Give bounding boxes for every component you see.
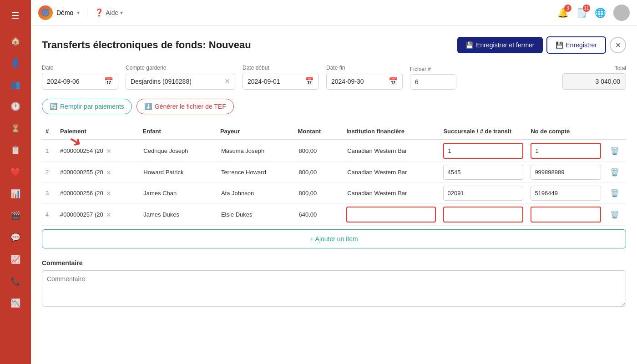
help-button[interactable]: ❓ Aide ▾ [95,8,123,17]
succursale-input-wrap-error [443,207,523,222]
sidebar-item-heart[interactable]: ❤️ [5,162,25,182]
succursale-input[interactable] [446,167,520,177]
row-compte [527,204,605,226]
compte-group: Compte garderie ✕ [126,65,235,90]
notifications-button[interactable]: 🔔 3 [557,7,569,18]
save-close-icon: 💾 [465,41,473,49]
row-enfant [139,162,217,183]
sidebar-item-phone[interactable]: 📞 [5,271,25,291]
payeur-input[interactable] [220,146,291,156]
compte-input[interactable] [534,188,598,198]
row-num: 3 [42,183,56,204]
menu-icon[interactable]: ☰ [7,5,24,25]
montant-input[interactable] [298,146,339,156]
sidebar-item-chart-line[interactable]: 📈 [5,249,25,269]
payments-table: # Paiement Enfant Payeur Montant Institu… [42,123,626,226]
generate-tef-button[interactable]: ⬇️ Générer le fichier de TEF [136,99,234,114]
paiement-clear-btn[interactable]: ✕ [105,189,112,198]
form-row: Date 📅 Compte garderie ✕ Date début 📅 [42,65,626,90]
montant-input[interactable] [298,167,339,177]
row-delete: 🗑️ [605,162,626,183]
sidebar-item-message[interactable]: 💬 [5,228,25,248]
row-succursale [440,140,527,162]
comment-textarea[interactable] [42,270,626,307]
row-num: 1 [42,140,56,162]
row-payeur [217,183,294,204]
institution-text: Canadian Western Bar [346,146,408,156]
save-button[interactable]: 💾 Enregistrer [546,36,606,54]
succursale-input[interactable] [446,188,520,198]
row-succursale [440,162,527,183]
fill-payments-button[interactable]: 🔄 Remplir par paiements [42,99,132,114]
succursale-input[interactable] [447,146,520,156]
sidebar-item-person[interactable]: 👤 [5,53,25,73]
enfant-input[interactable] [142,167,213,177]
comment-section: Commentaire [42,259,626,308]
table-row: 1#000000254 (20✕Canadian Western Bar🗑️ [42,140,626,162]
date-debut-calendar-icon[interactable]: 📅 [305,77,314,86]
fichier-group: Fichier # [410,66,456,90]
row-payeur [217,162,294,183]
compte-input[interactable] [534,167,598,177]
succursale-input[interactable] [447,209,520,220]
date-fin-calendar-icon[interactable]: 📅 [389,77,398,86]
delete-row-button[interactable]: 🗑️ [608,145,621,157]
fichier-input[interactable] [415,78,451,86]
close-button[interactable]: ✕ [610,37,626,53]
paiement-clear-btn[interactable]: ✕ [105,210,112,219]
sidebar-item-clock[interactable]: 🕐 [5,96,25,116]
compte-input[interactable] [534,146,597,156]
row-succursale [440,204,527,226]
montant-input[interactable] [298,188,339,198]
col-header-paiement: Paiement [56,123,139,140]
date-fin-group: Date fin 📅 [326,65,403,90]
reports-badge: 11 [583,5,590,12]
delete-row-button[interactable]: 🗑️ [608,208,621,221]
sidebar-item-chart-down[interactable]: 📉 [5,293,25,313]
institution-input[interactable] [350,209,432,220]
delete-row-button[interactable]: 🗑️ [608,187,621,199]
globe-button[interactable]: 🌐 [595,7,606,18]
user-avatar[interactable] [613,5,630,21]
calendar-icon[interactable]: 📅 [104,77,113,86]
sidebar-item-chart[interactable]: 📊 [5,184,25,204]
compte-input[interactable] [131,78,222,85]
sidebar-item-home[interactable]: 🏠 [5,31,25,51]
col-header-institution: Institution financière [343,123,440,140]
save-label: Enregistrer [566,41,597,49]
montant-input[interactable] [298,209,339,220]
payeur-input[interactable] [220,167,291,177]
payeur-input[interactable] [220,209,291,220]
app-logo[interactable]: 🌀 Démo ▾ [38,5,80,20]
sidebar-item-video[interactable]: 🎬 [5,206,25,226]
row-paiement: #000000256 (20✕ [56,183,139,204]
sidebar-item-users[interactable]: 👥 [5,75,25,95]
enfant-input[interactable] [142,209,213,220]
enfant-input[interactable] [142,188,213,198]
date-input[interactable] [47,78,101,85]
row-payeur [217,140,294,162]
row-enfant [139,140,217,162]
paiement-clear-btn[interactable]: ✕ [105,168,112,177]
date-fin-input-wrap: 📅 [326,73,403,90]
paiement-text: #000000255 (20 [60,169,103,176]
save-icon: 💾 [556,41,563,49]
date-debut-input[interactable] [248,78,302,85]
sidebar-item-clipboard[interactable]: 📋 [5,140,25,160]
row-montant [294,183,343,204]
help-label: Aide [106,9,118,16]
payeur-input[interactable] [220,188,291,198]
enfant-input[interactable] [142,146,213,156]
reports-button[interactable]: 🗒️ 11 [576,7,587,18]
content-area: ➜ Transferts électroniques de fonds: Nou… [31,25,637,364]
paiement-clear-btn[interactable]: ✕ [105,147,112,156]
delete-row-button[interactable]: 🗑️ [608,166,621,178]
sidebar-item-hourglass[interactable]: ⏳ [5,118,25,138]
save-close-button[interactable]: 💾 Enregistrer et fermer [457,37,542,53]
add-item-button[interactable]: + Ajouter un item [42,229,626,248]
compte-input[interactable] [534,209,597,220]
row-num: 4 [42,204,56,226]
notifications-badge: 3 [564,5,571,12]
date-fin-input[interactable] [331,78,386,85]
compte-clear-icon[interactable]: ✕ [224,77,230,86]
